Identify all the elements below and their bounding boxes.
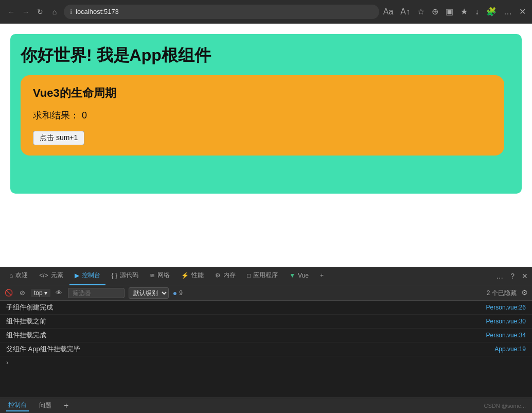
sum-button[interactable]: 点击 sum+1 — [33, 131, 84, 145]
split-view-icon[interactable]: ▣ — [446, 7, 453, 16]
extension-icon[interactable]: 🧩 — [486, 7, 496, 16]
url-text: localhost:5173 — [76, 8, 119, 15]
tab-welcome[interactable]: ⌂ 欢迎 — [4, 267, 33, 285]
tab-elements[interactable]: </> 元素 — [34, 267, 68, 285]
application-icon: □ — [247, 272, 251, 279]
console-output: 子组件创建完成 Person.vue:26 组件挂载之前 Person.vue:… — [0, 301, 532, 398]
performance-icon: ⚡ — [181, 272, 189, 279]
more-icon[interactable]: … — [504, 7, 512, 16]
favorites-icon[interactable]: ☆ — [417, 7, 424, 16]
log-source-0[interactable]: Person.vue:26 — [486, 304, 526, 311]
level-select[interactable]: 默认级别 — [129, 287, 169, 299]
log-source-1[interactable]: Person.vue:30 — [486, 318, 526, 325]
hidden-count-label: 2 个已隐藏 — [487, 289, 517, 297]
bottom-tab-console[interactable]: 控制台 — [6, 400, 29, 411]
console-prompt[interactable]: › — [0, 356, 532, 368]
tab-extra-actions: … ? ✕ — [496, 272, 528, 280]
msg-dot-icon: ● — [173, 289, 177, 297]
more-options-icon[interactable]: … — [496, 272, 503, 280]
home-icon: ⌂ — [9, 272, 13, 279]
download-icon[interactable]: ↓ — [475, 7, 479, 16]
help-icon[interactable]: ? — [510, 272, 515, 280]
vue-icon: ▼ — [289, 272, 295, 279]
tab-network[interactable]: ≋ 网络 — [145, 267, 175, 285]
log-row-2: 组件挂载完成 Person.vue:34 — [0, 329, 532, 342]
log-source-2[interactable]: Person.vue:34 — [486, 332, 526, 339]
log-text-3: 父组件 App组件挂载完毕 — [6, 345, 80, 354]
prompt-caret: › — [6, 358, 8, 366]
devtools-close-icon[interactable]: ✕ — [522, 272, 528, 280]
sum-result: 求和结果： 0 — [33, 109, 492, 122]
child-component: Vue3的生命周期 求和结果： 0 点击 sum+1 — [21, 75, 504, 156]
tab-application[interactable]: □ 应用程序 — [242, 267, 283, 285]
clear-console-button[interactable]: 🚫 — [4, 288, 13, 298]
app-title: 你好世界! 我是App根组件 — [21, 44, 511, 67]
top-dropdown-icon: ▾ — [44, 289, 47, 297]
back-button[interactable]: ← — [6, 7, 16, 17]
tab-performance[interactable]: ⚡ 性能 — [176, 267, 209, 285]
log-row-0: 子组件创建完成 Person.vue:26 — [0, 301, 532, 315]
favorites-bar-icon[interactable]: ★ — [460, 7, 468, 16]
tab-console-label: 控制台 — [82, 271, 100, 280]
info-icon: ℹ — [70, 8, 73, 15]
message-count: ● 9 — [173, 289, 183, 297]
log-text-0: 子组件创建完成 — [6, 303, 53, 312]
log-text-1: 组件挂载之前 — [6, 317, 46, 326]
devtools: ⌂ 欢迎 </> 元素 ▶ 控制台 { } 源代码 ≋ 网络 ⚡ 性能 ⚙ 内存… — [0, 267, 532, 413]
close-icon[interactable]: ✕ — [519, 7, 526, 16]
tab-network-label: 网络 — [157, 271, 170, 280]
filter-input[interactable] — [68, 288, 125, 298]
forward-button[interactable]: → — [21, 7, 31, 17]
sum-label: 求和结果： — [33, 110, 79, 121]
browser-content: 你好世界! 我是App根组件 Vue3的生命周期 求和结果： 0 点击 sum+… — [0, 24, 532, 267]
home-button[interactable]: ⌂ — [49, 7, 60, 17]
console-toolbar: 🚫 ⊘ top ▾ 👁 默认级别 ● 9 2 个已隐藏 ⚙ — [0, 285, 532, 301]
tab-memory-label: 内存 — [223, 271, 236, 280]
network-icon: ≋ — [150, 272, 155, 279]
log-text-2: 组件挂载完成 — [6, 331, 46, 340]
bottom-add-tab-button[interactable]: + — [64, 401, 68, 410]
collections-icon[interactable]: ⊕ — [432, 7, 438, 16]
log-row-3: 父组件 App组件挂载完毕 App.vue:19 — [0, 342, 532, 356]
elements-icon: </> — [39, 272, 48, 279]
tab-performance-label: 性能 — [191, 271, 204, 280]
tab-welcome-label: 欢迎 — [15, 271, 28, 280]
tab-add[interactable]: + — [315, 267, 329, 285]
bottom-tab-issues[interactable]: 问题 — [37, 400, 54, 411]
tab-sources[interactable]: { } 源代码 — [107, 267, 144, 285]
log-row-1: 组件挂载之前 Person.vue:30 — [0, 315, 532, 329]
browser-chrome: ← → ↻ ⌂ ℹ localhost:5173 Aa A↑ ☆ ⊕ ▣ ★ ↓… — [0, 0, 532, 24]
sum-value: 0 — [82, 110, 87, 121]
app-container: 你好世界! 我是App根组件 Vue3的生命周期 求和结果： 0 点击 sum+… — [10, 34, 522, 194]
address-bar[interactable]: ℹ localhost:5173 — [64, 5, 379, 19]
devtools-tabs: ⌂ 欢迎 </> 元素 ▶ 控制台 { } 源代码 ≋ 网络 ⚡ 性能 ⚙ 内存… — [0, 267, 532, 285]
translate-icon[interactable]: Aa — [383, 7, 394, 16]
tab-sources-label: 源代码 — [120, 271, 138, 280]
refresh-button[interactable]: ↻ — [35, 7, 45, 17]
console-icon: ▶ — [75, 272, 79, 279]
tab-vue-label: Vue — [298, 272, 309, 279]
tab-application-label: 应用程序 — [253, 271, 278, 280]
eye-icon[interactable]: 👁 — [55, 288, 64, 298]
log-source-3[interactable]: App.vue:19 — [494, 346, 526, 353]
msg-count-value: 9 — [179, 289, 183, 297]
tab-memory[interactable]: ⚙ 内存 — [210, 267, 241, 285]
hidden-count: 2 个已隐藏 ⚙ — [487, 288, 528, 298]
read-aloud-icon[interactable]: A↑ — [400, 7, 410, 16]
top-label: top — [34, 289, 43, 297]
memory-icon: ⚙ — [215, 272, 221, 279]
devtools-bottom-bar: 控制台 问题 + CSDN @some... — [0, 398, 532, 413]
tab-console[interactable]: ▶ 控制台 — [69, 267, 105, 285]
browser-actions: Aa A↑ ☆ ⊕ ▣ ★ ↓ 🧩 … ✕ — [383, 7, 526, 16]
sources-icon: { } — [112, 272, 117, 279]
tab-elements-label: 元素 — [51, 271, 63, 280]
branding-text: CSDN @some... — [484, 403, 526, 409]
settings-icon[interactable]: ⚙ — [521, 288, 528, 297]
component-title: Vue3的生命周期 — [33, 85, 492, 101]
top-context-selector[interactable]: top ▾ — [31, 289, 50, 297]
filter-toggle-button[interactable]: ⊘ — [17, 288, 27, 298]
tab-vue[interactable]: ▼ Vue — [284, 267, 314, 285]
